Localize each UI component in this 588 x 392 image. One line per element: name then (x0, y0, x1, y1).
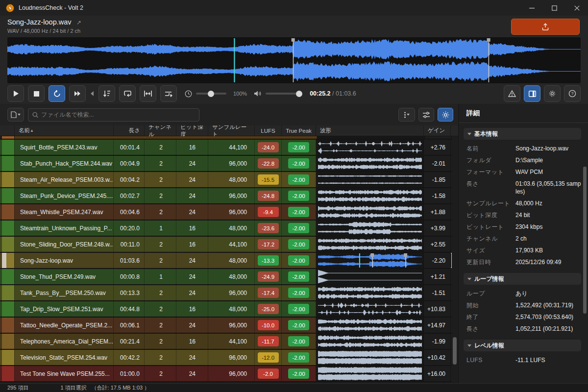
search-input[interactable] (41, 111, 195, 118)
detail-value: 1,522,492 (00:31.719) (515, 301, 573, 309)
column-header-5[interactable]: サンプルレート (208, 125, 255, 136)
table-row-partial[interactable] (0, 136, 452, 140)
lufs-badge: -9.4 (258, 207, 279, 217)
play-button[interactable] (7, 85, 24, 102)
collapse-toolbar-icon[interactable] (91, 91, 94, 96)
details-scrollbar-thumb[interactable] (583, 167, 587, 314)
volume-slider[interactable] (266, 93, 301, 95)
detail-value: 01:03.6 (3,055,135 samples) (515, 180, 581, 196)
row-color-swatch (0, 318, 15, 333)
details-scrollbar[interactable] (583, 104, 587, 384)
waveform-thumbnail (318, 270, 422, 284)
cell-waveform (316, 156, 424, 171)
detail-label: 更新日時 (466, 258, 515, 266)
column-header-9[interactable]: ゲイン (424, 125, 451, 136)
table-row[interactable]: Steam_Air_Release_PSEM.003.w...00:04.222… (0, 172, 452, 188)
column-header-8[interactable]: 波形 (316, 125, 424, 136)
table-row[interactable]: Stone_Thud_PSEM.249.wav00:00.812448,000-… (0, 269, 452, 285)
column-header-3[interactable]: チャンネル (145, 125, 176, 136)
loop-playback-button[interactable] (49, 85, 65, 102)
cell-sample-rate: 48,000 (208, 269, 255, 284)
details-section-title: ループ情報 (474, 275, 504, 283)
upload-icon (541, 23, 549, 31)
table-scrollbar-thumb[interactable] (453, 337, 457, 365)
table-row[interactable]: Television_Static_PSEM.254.wav00:42.2224… (0, 350, 452, 366)
cell-gain: -2.01 (424, 156, 451, 171)
waveform-thumbnail (318, 253, 422, 268)
cell-channels: 2 (145, 188, 176, 203)
minimize-button[interactable] (520, 0, 543, 16)
waveform-thumbnail (318, 221, 422, 235)
true-peak-badge: -2.00 (288, 255, 309, 266)
table-row[interactable]: Steam_Punk_Device_PSEM.245....00:02.7224… (0, 188, 452, 204)
help-button[interactable]: ? (564, 85, 581, 102)
detail-value: D:\Sample (515, 156, 543, 164)
table-row[interactable]: Tap_Drip_Slow_PSEM.251.wav00:44.821648,0… (0, 301, 452, 318)
speed-slider-thumb[interactable] (208, 91, 214, 97)
table-row[interactable]: Steamtrain_Unknown_Passing_P...00:20.011… (0, 220, 452, 237)
file-menu-button[interactable] (7, 108, 24, 122)
table-row[interactable]: Steam_Whistle_PSEM.247.wav00:04.622496,0… (0, 204, 452, 220)
row-color-swatch (0, 140, 15, 155)
speed-clock-icon (185, 90, 192, 98)
status-bar: 295 項目 1 項目選択 （合計: 17.5 MB 1:03 ） (0, 383, 588, 392)
column-header-6[interactable]: LUFS (255, 125, 282, 136)
table-row[interactable]: Stone_Sliding_Door_PSEM.248.w...00:11.02… (0, 237, 452, 253)
export-button[interactable] (511, 19, 580, 35)
detail-value: -11.1 LUFS (515, 356, 545, 364)
detail-label: 長さ (466, 325, 515, 333)
cell-name: Stone_Sliding_Door_PSEM.248.w... (15, 237, 114, 252)
fit-width-button[interactable] (140, 85, 156, 102)
table-row[interactable]: Tattoo_Needle_Operate_PSEM.2...00:06.122… (0, 318, 452, 334)
row-color-swatch (0, 366, 15, 381)
table-row[interactable]: Telephones_America_Dial_PSEM....00:21.42… (0, 334, 452, 350)
details-section-header[interactable]: ループ情報 (464, 273, 581, 285)
cell-name: Steam_Whistle_PSEM.247.wav (15, 204, 114, 220)
skip-button[interactable] (69, 85, 86, 102)
search-box[interactable] (28, 108, 199, 122)
table-scrollbar[interactable] (453, 136, 457, 384)
cell-length: 00:13.3 (114, 285, 145, 300)
table-row[interactable]: Squirt_Bottle_PSEM.243.wav00:01.421644,1… (0, 140, 452, 156)
volume-slider-thumb[interactable] (296, 91, 302, 97)
split-view-button[interactable] (524, 85, 540, 102)
table-row-selected[interactable]: Song-Jazz-loop.wav01:03.622448,000-13.3-… (0, 253, 452, 269)
column-header-2[interactable]: 長さ (114, 125, 145, 136)
warnings-button[interactable] (504, 85, 520, 102)
loop-region-button[interactable] (119, 85, 136, 102)
details-section-header[interactable]: レベル情報 (464, 340, 581, 351)
true-peak-badge: -2.00 (288, 191, 309, 201)
maximize-button[interactable] (543, 0, 565, 16)
details-section-header[interactable]: 基本情報 (464, 128, 581, 140)
stop-button[interactable] (28, 85, 45, 102)
true-peak-badge: -2.00 (288, 142, 309, 152)
waveform-overview[interactable] (7, 37, 581, 83)
column-header-1[interactable]: 名前 ▲ (15, 125, 114, 136)
cell-gain: +2.55 (424, 237, 451, 252)
column-header-7[interactable]: True Peak (282, 125, 316, 136)
cell-channels: 2 (145, 285, 176, 300)
volume-icon (254, 90, 262, 97)
sort-order-button[interactable] (98, 85, 115, 102)
follow-route-button[interactable] (160, 85, 177, 102)
true-peak-badge: -2.00 (288, 352, 309, 363)
auto-analysis-button[interactable] (438, 108, 453, 122)
speed-slider[interactable] (196, 93, 226, 95)
open-external-icon[interactable]: ↗ (76, 19, 81, 26)
close-button[interactable] (565, 0, 588, 16)
true-peak-badge: -2.00 (288, 304, 309, 314)
table-row[interactable]: Test Tone Sine Wave PSEM.255...01:00.022… (0, 366, 452, 382)
cell-length: 00:02.7 (114, 188, 145, 203)
more-options-button[interactable] (398, 108, 415, 122)
filter-settings-button[interactable] (418, 108, 434, 122)
cell-gain: +2.76 (424, 140, 451, 155)
cell-bit-depth: 24 (176, 156, 208, 171)
cell-sample-rate: 44,100 (208, 237, 255, 252)
cell-bit-depth: 24 (176, 204, 208, 220)
settings-button[interactable] (544, 85, 561, 102)
column-header-4[interactable]: ビット深度 (176, 125, 208, 136)
zoom-percent: 100% (233, 91, 247, 97)
table-row[interactable]: Tank_Pass_By__PSEM.250.wav00:13.322496,0… (0, 285, 452, 301)
cell-name: Stone_Thud_PSEM.249.wav (15, 269, 114, 284)
table-row[interactable]: Stab_Punch_Hack_PSEM.244.wav00:04.922496… (0, 156, 452, 172)
